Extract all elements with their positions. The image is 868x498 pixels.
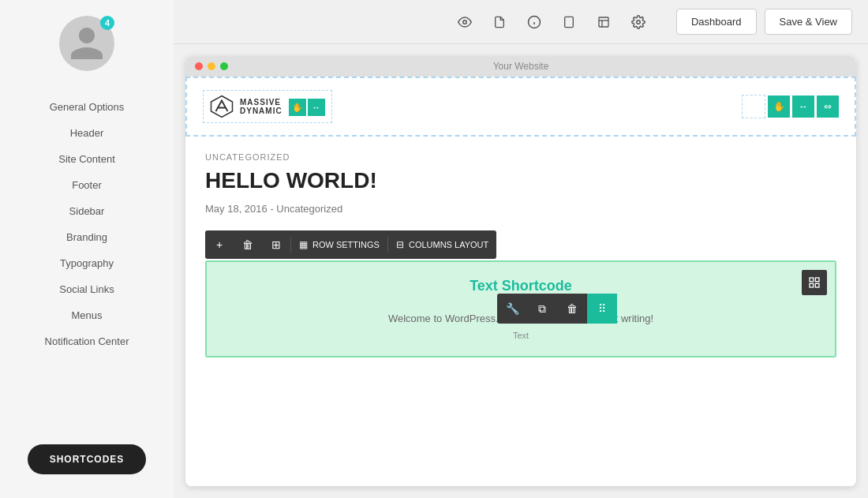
sidebar-item-sidebar[interactable]: Sidebar <box>0 199 174 223</box>
info-icon-btn[interactable] <box>520 8 548 36</box>
sidebar-item-notification-center[interactable]: Notification Center <box>0 329 174 354</box>
browser-dot-green <box>220 62 228 70</box>
eye-icon <box>458 15 472 29</box>
header-hand-btn[interactable]: ✋ <box>768 95 790 118</box>
info-icon <box>527 15 541 29</box>
element-trash-btn[interactable]: 🗑 <box>557 294 587 324</box>
svg-marker-10 <box>211 96 233 118</box>
sidebar: 4 General Options Header Site Content Fo… <box>0 0 174 498</box>
header-expand2-btn[interactable]: ⇔ <box>817 95 839 118</box>
element-wrench-btn[interactable]: 🔧 <box>497 294 527 324</box>
content-block-title: Text Shortcode <box>223 278 819 294</box>
post-content: UNCATEGORIZED HELLO WORLD! May 18, 2016 … <box>185 137 856 373</box>
header-right-controls: ✋ ↔ ⇔ <box>742 95 839 118</box>
sidebar-item-footer[interactable]: Footer <box>0 173 174 197</box>
document-icon <box>493 15 506 29</box>
logo-text-block: MASSIVE DYNAMIC <box>240 98 282 115</box>
logo-hand-btn[interactable]: ✋ <box>289 99 306 116</box>
row-add-btn[interactable]: + <box>205 230 234 259</box>
dashboard-button[interactable]: Dashboard <box>676 9 757 35</box>
site-header: MASSIVE DYNAMIC ✋ ↔ ✋ ↔ ⇔ <box>185 77 856 137</box>
browser-dot-red <box>195 62 203 70</box>
browser-dot-yellow <box>208 62 215 70</box>
element-handle-btn[interactable]: ⠿ <box>587 294 617 324</box>
sidebar-item-site-content[interactable]: Site Content <box>0 147 174 171</box>
top-toolbar: Dashboard Save & View <box>174 0 868 44</box>
user-icon <box>67 24 107 63</box>
element-copy-btn[interactable]: ⧉ <box>527 294 557 324</box>
browser-chrome: Your Website <box>185 56 856 77</box>
svg-rect-12 <box>810 278 814 282</box>
sidebar-item-header[interactable]: Header <box>0 121 174 145</box>
row-delete-btn[interactable]: 🗑 <box>234 230 262 259</box>
page-icon <box>597 15 610 29</box>
logo-expand-btn[interactable]: ↔ <box>308 99 325 116</box>
settings-icon <box>631 15 645 29</box>
tablet-icon <box>563 15 575 29</box>
shortcodes-button[interactable]: SHORTCODES <box>28 444 147 474</box>
svg-rect-4 <box>565 17 574 27</box>
header-placeholder-box <box>742 95 765 118</box>
preview-icon-btn[interactable] <box>451 8 479 36</box>
logo-text-line1: MASSIVE <box>240 98 282 107</box>
logo-controls: ✋ ↔ <box>289 99 325 116</box>
row-settings-label[interactable]: ▦ ROW SETTINGS <box>291 239 387 250</box>
block-settings-btn[interactable] <box>802 270 827 295</box>
header-expand-btn[interactable]: ↔ <box>792 95 814 118</box>
browser-title: Your Website <box>493 61 549 72</box>
logo-svg <box>210 95 234 118</box>
sidebar-item-social-links[interactable]: Social Links <box>0 277 174 301</box>
logo-text-line2: DYNAMIC <box>240 107 282 115</box>
svg-rect-6 <box>599 17 608 27</box>
browser-window: Your Website MASSIVE DYNAMIC <box>174 44 868 498</box>
content-block-label: Text <box>223 331 819 340</box>
svg-point-9 <box>637 20 641 24</box>
nav-items: General Options Header Site Content Foot… <box>0 95 174 354</box>
tablet-icon-btn[interactable] <box>555 8 583 36</box>
browser-content[interactable]: MASSIVE DYNAMIC ✋ ↔ ✋ ↔ ⇔ <box>185 77 856 486</box>
post-meta: May 18, 2016 - Uncategorized <box>205 203 836 215</box>
svg-point-0 <box>463 20 467 24</box>
sidebar-item-typography[interactable]: Typography <box>0 251 174 275</box>
toolbar-icons <box>451 8 653 36</box>
page-icon-btn[interactable] <box>589 8 618 36</box>
element-toolbar: 🔧 ⧉ 🗑 ⠿ <box>497 294 617 324</box>
document-icon-btn[interactable] <box>485 8 514 36</box>
avatar-container: 4 <box>59 16 114 71</box>
notification-badge: 4 <box>100 16 114 30</box>
columns-layout-label[interactable]: ⊟ COLUMNS LAYOUT <box>388 239 496 250</box>
logo-area: MASSIVE DYNAMIC ✋ ↔ <box>203 90 332 123</box>
main-area: Dashboard Save & View Your Website <box>174 0 868 498</box>
sidebar-item-branding[interactable]: Branding <box>0 225 174 249</box>
post-title: HELLO WORLD! <box>205 168 836 193</box>
settings-icon-btn[interactable] <box>624 8 653 36</box>
post-category: UNCATEGORIZED <box>205 152 836 162</box>
svg-rect-13 <box>815 278 819 282</box>
save-view-button[interactable]: Save & View <box>765 9 852 35</box>
sidebar-item-general-options[interactable]: General Options <box>0 95 174 119</box>
block-settings-icon <box>808 276 821 289</box>
row-toolbar: + 🗑 ⊞ ▦ ROW SETTINGS ⊟ COLUMNS LAYOUT <box>205 230 496 259</box>
svg-rect-14 <box>815 283 819 287</box>
sidebar-item-menus[interactable]: Menus <box>0 303 174 328</box>
content-block: Text Shortcode Welcome to WordPress. Edi… <box>205 260 836 358</box>
row-grid-btn[interactable]: ⊞ <box>262 230 290 259</box>
svg-rect-15 <box>810 283 814 287</box>
